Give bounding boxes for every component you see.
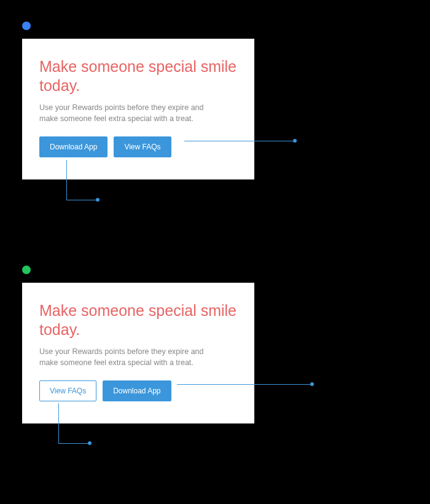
card-subtitle: Use your Rewards points before they expi… [39, 102, 224, 124]
download-app-button[interactable]: Download App [103, 380, 171, 401]
status-dot-good [22, 266, 31, 274]
annotation-dot [310, 382, 314, 386]
button-row: Download App View FAQs [39, 136, 237, 157]
status-dot-bad [22, 22, 31, 30]
annotation-line-right [184, 141, 295, 141]
promo-card-bad: Make someone special smile today. Use yo… [22, 39, 254, 179]
example-bad: Make someone special smile today. Use yo… [22, 22, 254, 179]
card-title: Make someone special smile today. [39, 57, 237, 96]
annotation-dot [293, 139, 297, 143]
example-good: Make someone special smile today. Use yo… [22, 266, 254, 423]
view-faqs-button[interactable]: View FAQs [39, 380, 96, 401]
download-app-button[interactable]: Download App [39, 136, 108, 157]
view-faqs-button[interactable]: View FAQs [114, 136, 171, 157]
card-title: Make someone special smile today. [39, 301, 237, 340]
card-subtitle: Use your Rewards points before they expi… [39, 346, 224, 368]
promo-card-good: Make someone special smile today. Use yo… [22, 283, 254, 423]
annotation-line-right [177, 384, 312, 385]
button-row: View FAQs Download App [39, 380, 237, 401]
